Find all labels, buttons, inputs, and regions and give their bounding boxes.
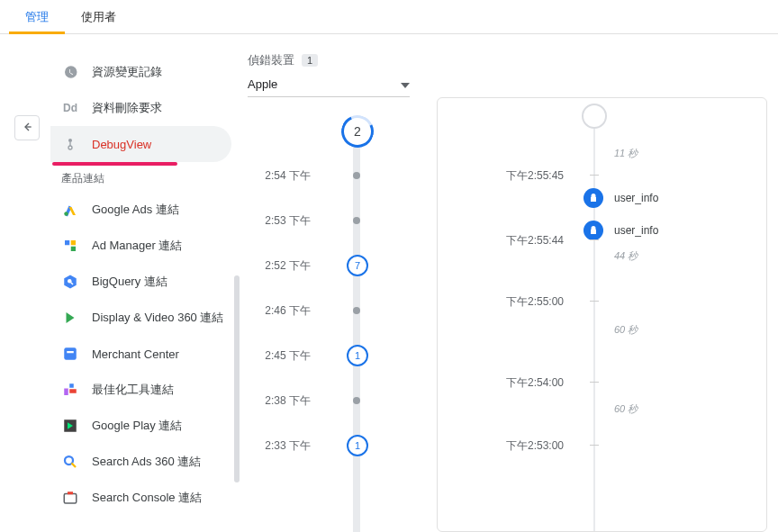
detail-tick <box>590 239 599 240</box>
sidebar-item-label: Google Play 連結 <box>92 418 182 434</box>
timeline-count-node[interactable]: 7 <box>347 255 368 276</box>
timeline-row[interactable]: 2:38 下午 <box>248 378 428 423</box>
sidebar-link-dv360[interactable]: Display & Video 360 連結 <box>50 300 231 336</box>
detail-tick <box>590 445 599 446</box>
timeline-time: 2:54 下午 <box>248 168 311 184</box>
sidebar-link-optimize[interactable]: 最佳化工具連結 <box>50 372 231 408</box>
history-icon <box>61 63 79 81</box>
detail-tick <box>590 175 599 176</box>
svg-rect-7 <box>64 347 77 360</box>
sidebar-link-play[interactable]: Google Play 連結 <box>50 408 231 444</box>
sidebar-link-sa360[interactable]: Search Ads 360 連結 <box>50 444 231 480</box>
timeline-count-node[interactable]: 1 <box>347 435 368 456</box>
arrow-left-icon <box>20 120 34 137</box>
seconds-detail-panel: 11 秒下午2:55:45user_infouser_info下午2:55:44… <box>437 97 767 532</box>
svg-point-0 <box>68 139 72 142</box>
svg-point-2 <box>64 212 68 216</box>
detail-seconds-gap: 44 秒 <box>614 249 638 263</box>
detail-top-circle <box>582 104 607 129</box>
detail-tick <box>590 301 599 302</box>
detail-event[interactable]: user_info <box>584 221 658 240</box>
svg-rect-14 <box>68 491 73 494</box>
sidebar-item-label: 最佳化工具連結 <box>92 382 174 398</box>
event-icon <box>584 188 603 208</box>
sidebar-scrollbar[interactable] <box>234 275 240 482</box>
merchant-icon <box>61 345 79 363</box>
sidebar-item-label: Google Ads 連結 <box>92 202 179 218</box>
timeline-time: 2:53 下午 <box>248 213 311 229</box>
timeline-time: 2:46 下午 <box>248 303 311 319</box>
debug-device-label: 偵錯裝置 <box>248 52 294 68</box>
sidebar-item-label: 資源變更記錄 <box>92 64 162 80</box>
timeline-dot <box>353 307 360 314</box>
device-select-value: Apple <box>248 77 277 91</box>
sidebar-item-label: Display & Video 360 連結 <box>92 310 223 326</box>
timeline-row[interactable]: 2:45 下午1 <box>248 333 428 378</box>
detail-timestamp: 下午2:55:44 <box>506 233 564 248</box>
sidebar-item-debugview[interactable]: DebugView <box>50 126 231 162</box>
timeline-time: 2:33 下午 <box>248 438 311 454</box>
chevron-down-icon <box>401 77 410 91</box>
sidebar-item-label: Search Console 連結 <box>92 490 202 506</box>
sidebar-item-label: 資料刪除要求 <box>92 100 162 116</box>
timeline-row[interactable]: 2:33 下午1 <box>248 423 428 468</box>
sidebar-link-merchant[interactable]: Merchant Center <box>50 336 231 372</box>
event-label: user_info <box>614 192 658 204</box>
sidebar-item-label: BigQuery 連結 <box>92 274 167 290</box>
sidebar-item-deletion[interactable]: Dd 資料刪除要求 <box>50 90 231 126</box>
sidebar-link-bigquery[interactable]: BigQuery 連結 <box>50 264 231 300</box>
google-play-icon <box>61 417 79 435</box>
detail-event[interactable]: user_info <box>584 188 658 208</box>
svg-rect-4 <box>71 247 76 251</box>
timeline-row[interactable]: 2:46 下午 <box>248 288 428 333</box>
timeline-dot <box>353 217 360 224</box>
sidebar-link-ad-manager[interactable]: Ad Manager 連結 <box>50 228 231 264</box>
event-label: user_info <box>614 224 658 237</box>
detail-timestamp: 下午2:55:00 <box>506 294 564 310</box>
svg-rect-3 <box>65 240 69 245</box>
back-button[interactable] <box>14 115 40 140</box>
ad-manager-icon <box>61 237 79 255</box>
debug-icon <box>61 135 79 153</box>
timeline-row[interactable]: 2:54 下午 <box>248 153 428 198</box>
timeline-current-node[interactable]: 2 <box>337 111 378 152</box>
sidebar-item-label: Merchant Center <box>92 347 179 361</box>
svg-rect-13 <box>64 494 77 504</box>
timeline-time: 2:45 下午 <box>248 348 311 364</box>
dd-icon: Dd <box>61 99 79 117</box>
optimize-icon <box>61 381 79 399</box>
debug-device-count-badge: 1 <box>302 54 318 67</box>
timeline-time: 2:38 下午 <box>248 393 311 409</box>
sidebar: 資源變更記錄 Dd 資料刪除要求 DebugView 產品連結 Google A… <box>0 34 239 532</box>
sidebar-link-google-ads[interactable]: Google Ads 連結 <box>50 192 231 228</box>
google-ads-icon <box>61 201 79 219</box>
device-select[interactable]: Apple <box>248 74 410 97</box>
detail-timestamp: 下午2:54:00 <box>506 375 564 391</box>
svg-rect-5 <box>71 240 76 245</box>
svg-point-1 <box>68 146 72 149</box>
timeline-row[interactable]: 2:52 下午7 <box>248 243 428 288</box>
event-icon <box>584 221 603 240</box>
timeline-dot <box>353 397 360 404</box>
minute-timeline: 偵錯裝置 1 Apple 2 2:54 下午2:53 下午2:52 下午72:4… <box>239 52 437 532</box>
tab-admin[interactable]: 管理 <box>9 0 65 34</box>
sidebar-link-search-console[interactable]: Search Console 連結 <box>50 480 231 516</box>
dv360-icon <box>61 309 79 327</box>
sidebar-item-label: Ad Manager 連結 <box>92 238 182 254</box>
detail-tick <box>590 382 599 383</box>
svg-rect-10 <box>69 389 77 393</box>
tab-users[interactable]: 使用者 <box>65 0 132 34</box>
detail-seconds-gap: 60 秒 <box>614 323 638 337</box>
svg-rect-8 <box>64 389 68 396</box>
search-console-icon <box>61 489 79 507</box>
sidebar-item-label: DebugView <box>92 138 151 151</box>
timeline-row[interactable]: 2:53 下午 <box>248 198 428 243</box>
detail-seconds-gap: 11 秒 <box>614 147 638 160</box>
detail-timestamp: 下午2:53:00 <box>506 438 564 454</box>
sidebar-item-label: Search Ads 360 連結 <box>92 454 201 470</box>
timeline-dot <box>353 172 360 179</box>
timeline-count-node[interactable]: 1 <box>347 345 368 366</box>
detail-seconds-gap: 60 秒 <box>614 402 638 416</box>
svg-rect-9 <box>69 383 74 388</box>
sidebar-item-history[interactable]: 資源變更記錄 <box>50 54 231 90</box>
